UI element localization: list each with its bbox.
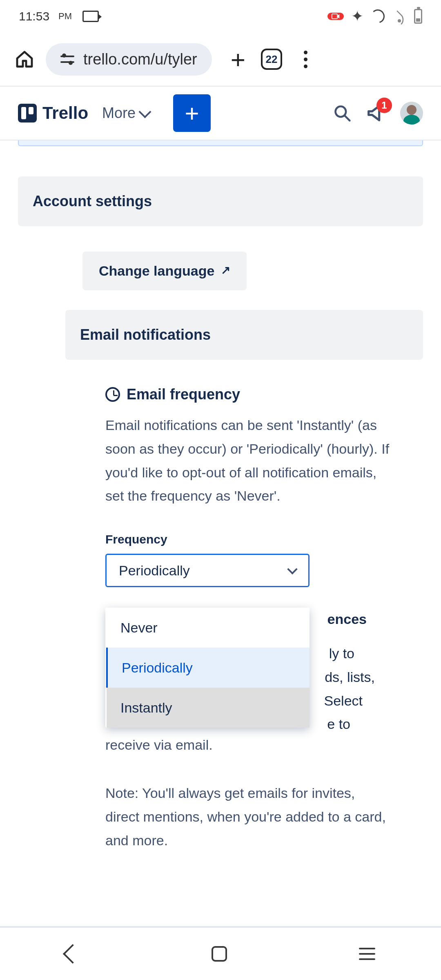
external-link-icon: ↗ (221, 263, 230, 277)
site-settings-icon[interactable] (60, 54, 74, 65)
section-email-notifications: Email notifications (65, 310, 423, 360)
url-text: trello.com/u/tyler (83, 51, 197, 68)
tab-switcher[interactable]: 22 (261, 49, 282, 70)
page-content: Account settings Change language ↗ Email… (0, 176, 441, 852)
more-menu[interactable]: More (102, 105, 149, 122)
section-account-settings: Account settings (18, 176, 423, 226)
preferences-tail-text: receive via email. (105, 733, 391, 757)
notifications-button[interactable]: 1 (365, 102, 386, 124)
avatar[interactable] (400, 102, 423, 125)
frequency-option-instantly[interactable]: Instantly (107, 688, 310, 728)
change-language-button[interactable]: Change language ↗ (82, 252, 247, 290)
status-time: 11:53 (19, 9, 49, 23)
do-not-disturb-icon (368, 7, 387, 26)
banner-remainder (18, 140, 423, 146)
create-button[interactable]: + (173, 94, 211, 132)
frequency-option-never[interactable]: Never (107, 608, 310, 648)
screen-record-badge (327, 13, 344, 20)
more-label: More (102, 105, 136, 122)
email-frequency-block: Email frequency Email notifications can … (105, 386, 391, 852)
android-nav-bar (0, 927, 441, 980)
svg-rect-0 (332, 14, 337, 19)
browser-home-icon[interactable] (15, 49, 34, 69)
nav-home-icon[interactable] (212, 946, 227, 962)
nav-back-icon[interactable] (63, 944, 82, 964)
wifi-icon (392, 11, 407, 22)
clock-icon (105, 387, 120, 402)
url-bar[interactable]: trello.com/u/tyler (46, 43, 212, 76)
chevron-down-icon (139, 105, 151, 118)
svg-line-2 (345, 116, 350, 121)
recording-icon (82, 11, 99, 22)
trello-logo-text: Trello (42, 103, 88, 123)
browser-menu-icon[interactable] (296, 49, 316, 69)
change-language-label: Change language (99, 263, 214, 279)
new-tab-icon[interactable]: + (231, 45, 245, 74)
trello-logo[interactable]: Trello (18, 103, 88, 123)
bluetooth-icon: ✦ (351, 8, 363, 25)
email-frequency-title: Email frequency (127, 386, 240, 403)
frequency-select[interactable]: Periodically (105, 554, 310, 587)
frequency-field-label: Frequency (105, 532, 391, 546)
email-frequency-description: Email notifications can be sent 'Instant… (105, 414, 391, 508)
preferences-note: Note: You'll always get emails for invit… (105, 782, 391, 852)
android-status-bar: 11:53 PM ✦ (0, 0, 441, 33)
frequency-option-periodically[interactable]: Periodically (106, 648, 310, 688)
chevron-down-icon (287, 564, 297, 574)
status-ampm: PM (58, 11, 72, 22)
frequency-select-value: Periodically (119, 563, 190, 579)
trello-logo-icon (18, 104, 37, 122)
notification-badge: 1 (376, 98, 392, 113)
app-header: Trello More + 1 (0, 87, 441, 140)
nav-recent-icon[interactable] (359, 948, 375, 960)
battery-icon (414, 9, 422, 24)
browser-toolbar: trello.com/u/tyler + 22 (0, 33, 441, 86)
search-icon[interactable] (333, 104, 351, 122)
frequency-dropdown[interactable]: Never Periodically Instantly (105, 608, 310, 728)
